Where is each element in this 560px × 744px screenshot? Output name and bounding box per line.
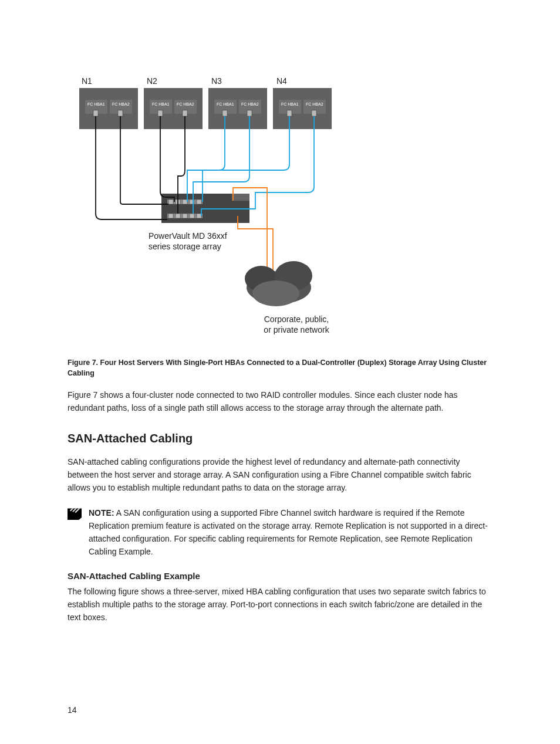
svg-rect-5 <box>93 110 98 116</box>
svg-rect-33 <box>183 199 187 204</box>
note-label: NOTE: <box>89 508 114 518</box>
cabling-diagram: N1 N2 N3 N4 FC HBA1 FC HBA2 <box>79 76 355 340</box>
note-body: A SAN configuration using a supported Fi… <box>89 508 488 556</box>
svg-text:FC HBA2: FC HBA2 <box>177 102 194 106</box>
svg-text:FC HBA1: FC HBA1 <box>281 102 299 106</box>
network-label: Corporate, public, or private network <box>249 314 343 335</box>
svg-text:FC HBA1: FC HBA1 <box>152 102 170 106</box>
diagram-svg: FC HBA1 FC HBA2 FC HBA1 FC HBA2 <box>79 76 355 340</box>
cable-n1-hba2 <box>120 116 168 204</box>
svg-rect-40 <box>197 214 201 218</box>
svg-text:FC HBA1: FC HBA1 <box>87 102 105 106</box>
cloud-icon <box>245 261 312 306</box>
page-number: 14 <box>68 705 77 715</box>
figure-caption: Figure 7. Four Host Servers With Single-… <box>68 358 492 378</box>
heading-san-example: SAN-Attached Cabling Example <box>68 571 492 581</box>
svg-rect-31 <box>168 199 173 204</box>
svg-rect-39 <box>190 214 194 218</box>
svg-rect-36 <box>168 214 173 218</box>
note-text: NOTE: A SAN configuration using a suppor… <box>89 507 492 558</box>
svg-text:FC HBA1: FC HBA1 <box>217 102 234 106</box>
storage-label: PowerVault MD 36xxf series storage array <box>149 231 227 252</box>
svg-rect-37 <box>176 214 180 218</box>
paragraph-fig7-desc: Figure 7 shows a four-cluster node conne… <box>68 389 492 414</box>
svg-rect-6 <box>118 110 123 116</box>
svg-rect-38 <box>183 214 187 218</box>
figure-7: N1 N2 N3 N4 FC HBA1 FC HBA2 <box>79 76 492 340</box>
svg-rect-13 <box>183 110 187 116</box>
node-label-n4: N4 <box>276 76 287 86</box>
svg-rect-26 <box>287 110 292 116</box>
host-n2: FC HBA1 FC HBA2 <box>144 88 203 129</box>
document-page: N1 N2 N3 N4 FC HBA1 FC HBA2 <box>0 0 560 744</box>
svg-rect-20 <box>247 110 252 116</box>
node-label-n2: N2 <box>147 76 157 86</box>
svg-rect-41 <box>232 194 249 201</box>
svg-text:FC HBA2: FC HBA2 <box>306 102 323 106</box>
svg-point-45 <box>252 280 299 306</box>
svg-rect-12 <box>158 110 163 116</box>
node-label-n1: N1 <box>82 76 92 86</box>
note-icon <box>68 508 82 520</box>
note-block: NOTE: A SAN configuration using a suppor… <box>68 507 492 558</box>
heading-san-attached-cabling: SAN-Attached Cabling <box>68 432 492 445</box>
svg-rect-35 <box>197 199 201 204</box>
host-n1: FC HBA1 FC HBA2 <box>79 88 138 129</box>
svg-text:FC HBA2: FC HBA2 <box>241 102 259 106</box>
svg-text:FC HBA2: FC HBA2 <box>112 102 130 106</box>
svg-rect-27 <box>312 110 316 116</box>
host-n3: FC HBA1 FC HBA2 <box>208 88 267 129</box>
host-n4: FC HBA1 FC HBA2 <box>273 88 332 129</box>
paragraph-san-example: The following figure shows a three-serve… <box>68 586 492 624</box>
paragraph-san-intro: SAN-attached cabling configurations prov… <box>68 456 492 494</box>
node-label-n3: N3 <box>211 76 222 86</box>
svg-rect-19 <box>222 110 227 116</box>
